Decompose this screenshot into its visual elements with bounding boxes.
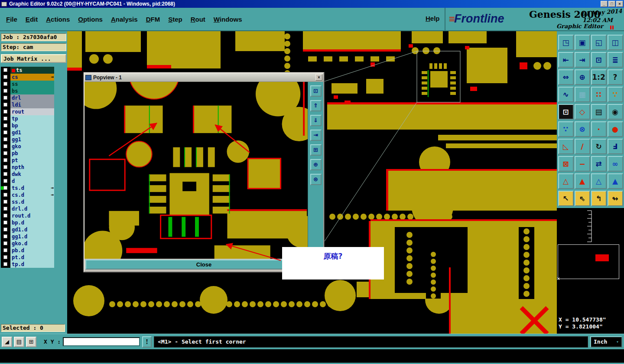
layer-name-cell[interactable]: ts (10, 67, 54, 74)
layer-row[interactable]: pb (1, 150, 54, 157)
layers-stack-icon[interactable]: ≣ (608, 52, 623, 68)
layer-row[interactable]: cs.d → (1, 192, 54, 198)
layer-row[interactable]: gko.d (1, 240, 54, 247)
pad-select-icon[interactable]: ∵ (608, 87, 623, 102)
popview-close-icon[interactable]: × (315, 74, 322, 81)
layer-checkbox[interactable] (3, 117, 7, 120)
layer-row[interactable]: pb.d (1, 247, 54, 254)
menu-item[interactable]: DFM (146, 16, 160, 23)
window-corner-icon[interactable]: ◱ (591, 35, 607, 50)
layer-checkbox[interactable] (3, 137, 7, 141)
layer-checkbox[interactable] (3, 234, 7, 238)
layer-name-cell[interactable]: drl.d (10, 205, 54, 212)
linked-pads-icon[interactable]: ∞ (608, 156, 623, 172)
layer-checkbox[interactable] (3, 103, 7, 107)
zoom-window-icon[interactable]: ⊡ (591, 52, 607, 68)
select-add-icon[interactable]: ⇖ (575, 191, 590, 206)
layer-checkbox[interactable] (3, 172, 7, 176)
select-pointer-icon[interactable]: ↖ (558, 191, 574, 206)
layer-checkbox[interactable] (3, 193, 7, 197)
help-icon[interactable]: ? (608, 69, 623, 85)
layer-name-cell[interactable]: gko.d (10, 240, 54, 247)
minimize-button[interactable]: _ (601, 1, 608, 7)
layer-row[interactable]: ldi (1, 101, 54, 108)
triangle-outline-icon[interactable]: △ (558, 173, 574, 189)
layer-name-cell[interactable]: rout.d (10, 212, 54, 219)
line-width-icon[interactable]: − (575, 156, 590, 172)
monitor-icon[interactable]: ▣ (575, 35, 590, 50)
triangle-filled-blue-icon[interactable]: ▲ (608, 173, 623, 189)
popview-frame-icon[interactable]: ⊡ (310, 85, 322, 97)
layer-name-cell[interactable]: gd1 (10, 129, 54, 136)
layer-checkbox[interactable] (3, 207, 7, 211)
layer-name-cell[interactable]: gko (10, 143, 54, 150)
popview-up-icon[interactable]: ⇑ (310, 100, 322, 111)
layer-checkbox[interactable] (3, 200, 7, 204)
popview-titlebar[interactable]: Popview - 1 × (84, 73, 323, 82)
table-mode-icon[interactable]: ▤ (14, 337, 24, 347)
layer-checkbox[interactable] (3, 221, 7, 224)
layer-name-cell[interactable]: npth (10, 164, 54, 171)
layer-name-cell[interactable]: drl (10, 94, 54, 101)
swap-pad-icon[interactable]: ⊠ (558, 156, 574, 172)
layer-name-cell[interactable]: cs → (10, 74, 54, 81)
menu-item[interactable]: Options (78, 16, 103, 23)
layer-row[interactable]: gko (1, 143, 54, 150)
slope-tool-icon[interactable]: ∕ (575, 139, 590, 154)
popview-canvas[interactable] (84, 82, 308, 259)
probe-icon[interactable]: ∿ (558, 87, 574, 102)
layer-row[interactable]: rout (1, 108, 54, 115)
layer-row[interactable]: rout.d (1, 212, 54, 219)
layer-name-cell[interactable]: pt (10, 157, 54, 164)
layer-row[interactable]: bs (1, 88, 54, 94)
layer-name-cell[interactable]: pb.d (10, 247, 54, 254)
layer-checkbox[interactable] (3, 228, 7, 231)
xy-input[interactable] (63, 337, 140, 346)
layer-row[interactable]: cs → (1, 74, 54, 81)
menu-item[interactable]: Step (168, 16, 182, 23)
layer-checkbox[interactable] (3, 255, 7, 259)
layer-row[interactable]: pt (1, 157, 54, 164)
layer-checkbox[interactable] (3, 82, 7, 86)
pan-right-icon[interactable]: ⇥ (575, 52, 590, 68)
corner-select-icon[interactable]: ◢ (2, 337, 12, 347)
maximize-button[interactable]: □ (608, 1, 615, 7)
close-button[interactable]: × (616, 1, 623, 7)
layer-name-cell[interactable]: ss (10, 81, 54, 88)
triangle-filled-icon[interactable]: ▲ (575, 173, 590, 189)
popview-center-icon[interactable]: ⊕ (310, 159, 322, 170)
layer-checkbox[interactable] (3, 262, 7, 266)
job-matrix-button[interactable]: Job Matrix ... (1, 54, 66, 63)
menu-item[interactable]: Actions (46, 16, 70, 23)
layer-row[interactable]: tp (1, 115, 54, 122)
layer-name-cell[interactable]: bp.d (10, 219, 54, 226)
layer-row[interactable]: tp.d (1, 261, 54, 268)
layer-name-cell[interactable]: gd1.d (10, 226, 54, 233)
layer-checkbox[interactable] (3, 89, 7, 93)
delete-cross-icon[interactable]: ⊗ (575, 121, 590, 137)
layer-checkbox[interactable] (3, 158, 7, 162)
grid-toggle-icon[interactable]: ⊞ (26, 337, 36, 347)
layer-row[interactable]: drl.d (1, 205, 54, 212)
layer-row[interactable]: ts.d → (1, 185, 54, 192)
layer-name-cell[interactable]: bs (10, 88, 54, 94)
layer-checkbox[interactable] (3, 124, 7, 127)
layer-name-cell[interactable]: pt.d (10, 254, 54, 261)
layer-checkbox[interactable] (3, 75, 7, 79)
layer-checkbox[interactable] (3, 151, 7, 155)
layer-row[interactable]: gg1 (1, 136, 54, 143)
layer-name-cell[interactable]: ss.d (10, 198, 54, 205)
prompt-button[interactable]: ! (142, 336, 152, 348)
two-points-icon[interactable]: ∵ (558, 121, 574, 137)
split-window-icon[interactable]: ◫ (608, 35, 623, 50)
layer-row[interactable]: dwk (1, 171, 54, 178)
layer-name-cell[interactable]: bp (10, 122, 54, 129)
layer-checkbox[interactable] (3, 110, 7, 114)
menu-help[interactable]: Help (426, 15, 440, 22)
mirror-icon[interactable]: Ⅎ (608, 139, 623, 154)
menu-item[interactable]: File (6, 16, 17, 23)
layer-checkbox[interactable] (3, 144, 7, 148)
units-button[interactable]: Inch ▾ (590, 336, 622, 348)
layer-name-cell[interactable]: d (10, 178, 54, 185)
overview-map[interactable] (558, 244, 619, 279)
